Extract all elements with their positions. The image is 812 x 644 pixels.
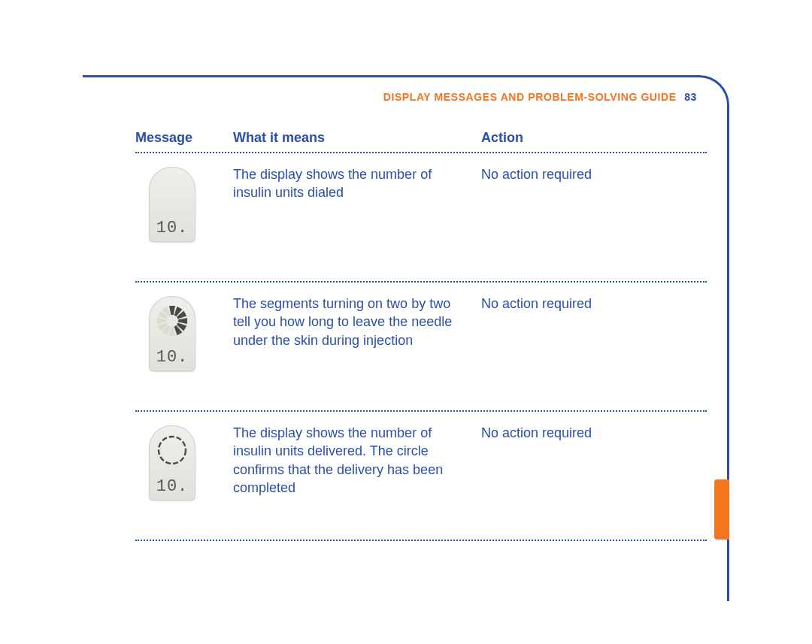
- table-header-row: Message What it means Action: [135, 130, 707, 146]
- row-divider: [135, 540, 707, 541]
- segment-ring-icon: [155, 304, 189, 338]
- completion-circle-icon: [155, 433, 189, 467]
- running-head: DISPLAY MESSAGES AND PROBLEM-SOLVING GUI…: [383, 91, 697, 103]
- col-header-action: Action: [481, 130, 707, 146]
- table-row: 10. The segments turning on two by two t…: [135, 292, 707, 404]
- svg-point-12: [166, 315, 178, 327]
- section-title: DISPLAY MESSAGES AND PROBLEM-SOLVING GUI…: [383, 91, 677, 103]
- svg-point-13: [159, 437, 186, 464]
- message-cell: 10.: [135, 295, 233, 371]
- meaning-cell: The segments turning on two by two tell …: [233, 295, 481, 349]
- meaning-cell: The display shows the number of insulin …: [233, 165, 481, 202]
- action-cell: No action required: [481, 295, 707, 313]
- action-cell: No action required: [481, 165, 707, 183]
- device-complete-icon: 10.: [149, 425, 195, 500]
- row-divider: [135, 281, 707, 283]
- message-cell: 10.: [135, 424, 233, 500]
- table-row: 10. The display shows the number of insu…: [135, 421, 707, 534]
- manual-page: DISPLAY MESSAGES AND PROBLEM-SOLVING GUI…: [83, 75, 729, 601]
- meaning-cell: The display shows the number of insulin …: [233, 424, 481, 497]
- device-display-icon: 10.: [149, 167, 195, 242]
- message-cell: 10.: [135, 165, 233, 242]
- device-readout: 10.: [149, 219, 195, 237]
- device-segments-icon: 10.: [149, 296, 195, 371]
- content-area: Message What it means Action 10. The dis…: [135, 130, 707, 550]
- page-number: 83: [684, 91, 697, 103]
- col-header-message: Message: [135, 130, 233, 146]
- device-readout: 10.: [149, 477, 195, 496]
- col-header-meaning: What it means: [233, 130, 481, 146]
- device-readout: 10.: [149, 348, 195, 367]
- table-row: 10. The display shows the number of insu…: [135, 162, 707, 275]
- row-divider: [135, 410, 707, 412]
- row-divider: [135, 152, 707, 153]
- thumb-tab: [714, 479, 729, 540]
- action-cell: No action required: [481, 424, 707, 442]
